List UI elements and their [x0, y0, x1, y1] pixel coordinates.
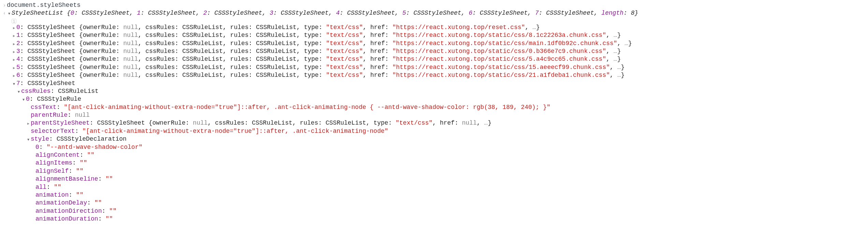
sheet-7-row[interactable]: 7: CSSStyleSheet: [0, 80, 868, 87]
expand-toggle-icon[interactable]: [12, 72, 16, 79]
sheet-row[interactable]: 1: CSSStyleSheet {ownerRule: null, cssRu…: [0, 31, 868, 39]
console-input[interactable]: document.styleSheets: [7, 1, 81, 9]
style-property-row[interactable]: alignmentBaseline: "": [0, 175, 868, 183]
info-row: i: [0, 17, 868, 24]
expand-toggle-icon[interactable]: [12, 48, 16, 55]
style-property-row[interactable]: animationDuration: "": [0, 215, 868, 223]
style-row[interactable]: style: CSSStyleDeclaration: [0, 135, 868, 143]
expand-toggle-icon[interactable]: [16, 88, 21, 95]
parentstylesheet-row[interactable]: parentStyleSheet: CSSStyleSheet {ownerRu…: [0, 119, 868, 127]
console-input-row: › document.styleSheets: [0, 1, 868, 9]
expand-toggle-icon[interactable]: [12, 32, 16, 39]
expand-toggle-icon[interactable]: [12, 25, 16, 31]
expand-toggle-icon[interactable]: [7, 10, 12, 16]
style-property-row[interactable]: alignSelf: "": [0, 167, 868, 175]
expand-toggle-icon[interactable]: [12, 81, 16, 87]
style-property-row[interactable]: all: "": [0, 183, 868, 191]
console-output-row: ‹ StyleSheetList {0: CSSStyleSheet, 1: C…: [0, 9, 868, 17]
output-summary[interactable]: StyleSheetList {0: CSSStyleSheet, 1: CSS…: [12, 9, 638, 17]
style-property-row[interactable]: alignItems: "": [0, 159, 868, 167]
sheet-row[interactable]: 3: CSSStyleSheet {ownerRule: null, cssRu…: [0, 47, 868, 55]
sheet-row[interactable]: 2: CSSStyleSheet {ownerRule: null, cssRu…: [0, 40, 868, 47]
style-property-row[interactable]: animationDirection: "": [0, 207, 868, 215]
info-icon[interactable]: i: [12, 19, 16, 24]
cssrules-row[interactable]: cssRules: CSSRuleList: [0, 87, 868, 95]
csstext-row[interactable]: cssText: "[ant-click-animating-without-e…: [0, 103, 868, 111]
input-prompt-icon: ›: [2, 2, 7, 9]
sheet-row[interactable]: 0: CSSStyleSheet {ownerRule: null, cssRu…: [0, 24, 868, 31]
expand-toggle-icon[interactable]: [26, 120, 31, 126]
sheet-row[interactable]: 5: CSSStyleSheet {ownerRule: null, cssRu…: [0, 64, 868, 71]
expand-toggle-icon[interactable]: [12, 65, 16, 71]
selectortext-row[interactable]: selectorText: "[ant-click-animating-with…: [0, 127, 868, 135]
expand-toggle-icon[interactable]: [21, 96, 26, 102]
style-property-row[interactable]: animationDelay: "": [0, 199, 868, 207]
style-property-row[interactable]: alignContent: "": [0, 151, 868, 159]
expand-toggle-icon[interactable]: [26, 136, 31, 142]
sheet-row[interactable]: 4: CSSStyleSheet {ownerRule: null, cssRu…: [0, 55, 868, 63]
rule-0-row[interactable]: 0: CSSStyleRule: [0, 95, 868, 103]
style-property-row[interactable]: 0: "--antd-wave-shadow-color": [0, 143, 868, 151]
sheet-row[interactable]: 6: CSSStyleSheet {ownerRule: null, cssRu…: [0, 71, 868, 79]
style-property-row[interactable]: animation: "": [0, 191, 868, 199]
expand-toggle-icon[interactable]: [12, 56, 16, 62]
output-prompt-icon: ‹: [2, 10, 7, 16]
expand-toggle-icon[interactable]: [12, 41, 16, 47]
parentrule-row[interactable]: parentRule: null: [0, 111, 868, 119]
